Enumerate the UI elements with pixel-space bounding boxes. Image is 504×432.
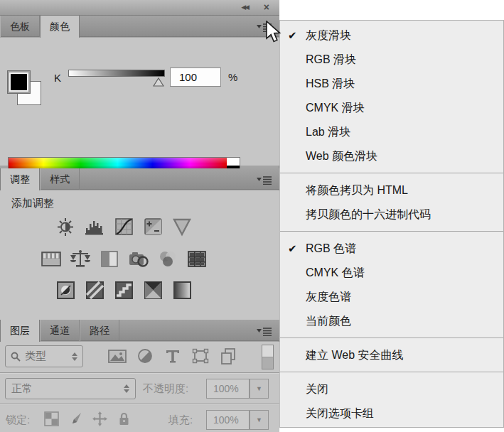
k-slider-thumb-icon[interactable] xyxy=(153,77,164,90)
menu-item-label: RGB 色谱 xyxy=(306,242,356,254)
menu-item[interactable]: 关闭选项卡组 xyxy=(280,401,503,426)
menu-item-label: RGB 滑块 xyxy=(306,53,356,65)
pixel-layer-filter-icon[interactable] xyxy=(108,347,127,365)
lock-paint-icon[interactable] xyxy=(68,411,83,426)
lock-transparency-icon[interactable] xyxy=(44,411,59,426)
tab-swatches[interactable]: 色板 xyxy=(0,16,40,37)
filter-toggle-switch[interactable] xyxy=(262,345,274,369)
curves-icon[interactable] xyxy=(113,217,134,237)
menu-item[interactable]: Lab 滑块 xyxy=(280,120,503,144)
invert-icon[interactable] xyxy=(55,281,76,300)
menu-item-label: 将颜色拷贝为 HTML xyxy=(306,184,408,196)
adjustment-icon-row-3 xyxy=(0,281,247,301)
menu-separator xyxy=(280,231,503,232)
adjustment-layer-filter-icon[interactable] xyxy=(136,347,154,365)
color-balance-icon[interactable] xyxy=(70,249,91,269)
layers-panel-content: 类型 正常 不透明度: 100% ▼ 锁定: 填充: xyxy=(0,342,279,432)
menu-item-label: 建立 Web 安全曲线 xyxy=(306,349,404,361)
layer-filter-icons xyxy=(108,347,237,365)
layers-panel-menu-icon[interactable] xyxy=(257,326,272,335)
smart-object-filter-icon[interactable] xyxy=(219,347,237,365)
threshold-icon[interactable] xyxy=(113,281,134,300)
levels-icon[interactable] xyxy=(84,217,105,237)
menu-item[interactable]: CMYK 色谱 xyxy=(280,261,503,285)
menu-item-label: 灰度色谱 xyxy=(306,291,351,303)
channel-mixer-icon[interactable] xyxy=(157,249,178,269)
adjustments-panel-menu-icon[interactable] xyxy=(257,175,272,184)
menu-item[interactable]: 将颜色拷贝为 HTML xyxy=(280,178,503,202)
tab-paths[interactable]: 路径 xyxy=(80,320,119,341)
menu-item-label: 关闭选项卡组 xyxy=(306,407,374,419)
menu-item[interactable]: HSB 滑块 xyxy=(280,72,503,96)
divider xyxy=(0,404,279,405)
adjustment-icon-row-1 xyxy=(0,217,247,237)
lock-all-icon[interactable] xyxy=(117,411,132,426)
menu-item[interactable]: ✔RGB 色谱 xyxy=(280,237,503,261)
close-panel-group-button[interactable]: × xyxy=(264,1,269,13)
brightness-contrast-icon[interactable] xyxy=(55,217,76,237)
lock-label: 锁定: xyxy=(6,414,30,427)
black-white-icon[interactable] xyxy=(99,249,120,269)
menu-item-label: 关闭 xyxy=(306,383,328,395)
vibrance-icon[interactable] xyxy=(171,217,193,237)
type-layer-filter-icon[interactable] xyxy=(163,347,182,365)
layer-filter-type-dropdown[interactable]: 类型 xyxy=(5,345,83,367)
color-panel-tabbar: 色板 颜色 xyxy=(0,16,279,37)
collapse-to-icons-button[interactable]: ◀◀ xyxy=(241,4,248,11)
add-adjustment-heading: 添加调整 xyxy=(11,197,54,210)
menu-item[interactable]: 当前颜色 xyxy=(280,309,503,333)
tab-channels[interactable]: 通道 xyxy=(40,320,80,341)
opacity-value-box[interactable]: 100% xyxy=(206,379,250,399)
posterize-icon[interactable] xyxy=(84,281,105,300)
opacity-label: 不透明度: xyxy=(143,382,188,396)
menu-item[interactable]: ✔灰度滑块 xyxy=(280,23,503,48)
blend-mode-dropdown[interactable]: 正常 xyxy=(5,378,136,399)
opacity-dropdown-arrow[interactable]: ▼ xyxy=(250,379,269,399)
adjustment-icon-row-2 xyxy=(0,249,247,269)
k-channel-label: K xyxy=(54,72,61,84)
menu-separator xyxy=(280,173,503,173)
menu-item[interactable]: 灰度色谱 xyxy=(280,285,503,309)
search-icon xyxy=(11,352,21,362)
checkmark-icon: ✔ xyxy=(288,237,297,261)
shape-layer-filter-icon[interactable] xyxy=(191,347,210,365)
color-lookup-icon[interactable] xyxy=(186,249,208,269)
tab-layers[interactable]: 图层 xyxy=(0,320,40,342)
fill-dropdown-arrow[interactable]: ▼ xyxy=(250,410,269,430)
menu-item-label: CMYK 色谱 xyxy=(306,266,365,279)
menu-item[interactable]: CMYK 滑块 xyxy=(280,96,503,120)
panel-dock: ◀◀ × 色板 颜色 K % xyxy=(0,0,279,432)
adjustments-panel-tabbar: 调整 样式 xyxy=(0,168,279,190)
selective-color-icon[interactable] xyxy=(171,281,193,300)
k-channel-slider[interactable] xyxy=(68,70,165,77)
menu-item[interactable]: 拷贝颜色的十六进制代码 xyxy=(280,202,503,227)
menu-item-label: HSB 滑块 xyxy=(306,77,355,90)
gradient-map-icon[interactable] xyxy=(142,281,163,300)
menu-item-label: 当前颜色 xyxy=(306,315,351,327)
tab-styles[interactable]: 样式 xyxy=(40,168,80,190)
filter-type-label: 类型 xyxy=(25,350,68,363)
k-value-input[interactable] xyxy=(170,68,221,87)
panel-group-titlebar: ◀◀ × xyxy=(0,0,279,16)
menu-separator xyxy=(280,338,503,338)
percent-label: % xyxy=(228,71,237,83)
lock-position-icon[interactable] xyxy=(92,411,107,426)
white-swatch[interactable] xyxy=(227,158,240,166)
menu-item[interactable]: 建立 Web 安全曲线 xyxy=(280,343,503,367)
layers-panel-group: 图层 通道 路径 类型 xyxy=(0,320,279,432)
menu-item[interactable]: Web 颜色滑块 xyxy=(280,144,503,168)
exposure-icon[interactable] xyxy=(142,217,163,237)
layers-panel-tabbar: 图层 通道 路径 xyxy=(0,320,279,341)
menu-item[interactable]: 关闭 xyxy=(280,377,503,401)
divider xyxy=(0,372,279,374)
menu-item[interactable]: RGB 滑块 xyxy=(280,48,503,72)
photo-filter-icon[interactable] xyxy=(128,249,149,269)
photoshop-workspace: ◀◀ × 色板 颜色 K % xyxy=(0,0,504,432)
tab-color[interactable]: 颜色 xyxy=(40,16,80,38)
foreground-color-swatch[interactable] xyxy=(7,70,31,94)
color-panel-content: K % xyxy=(0,38,279,166)
menu-item-label: Lab 滑块 xyxy=(306,126,350,138)
fill-value-box[interactable]: 100% xyxy=(206,410,250,430)
hue-saturation-icon[interactable] xyxy=(41,249,62,269)
tab-adjustments[interactable]: 调整 xyxy=(0,168,40,190)
